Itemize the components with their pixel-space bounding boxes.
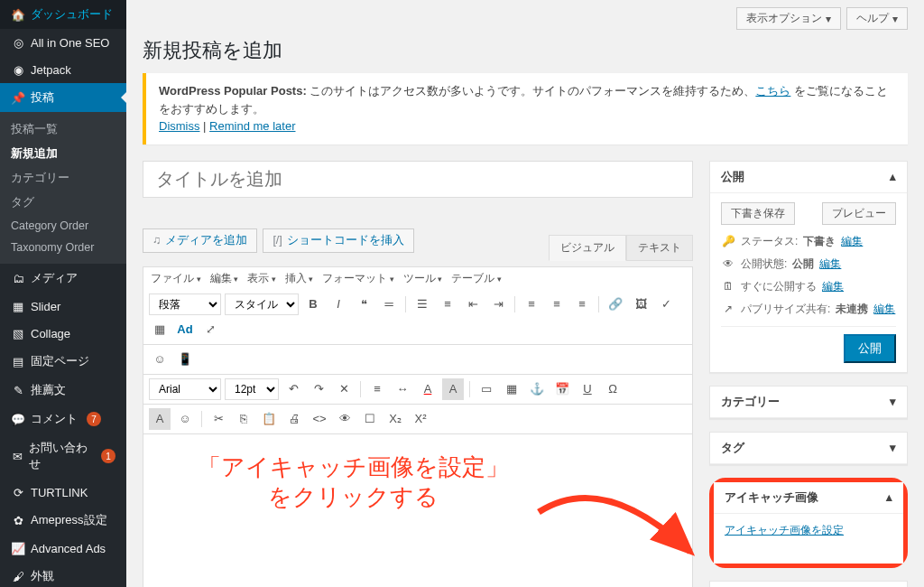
style-select[interactable]: スタイル [225, 294, 299, 315]
format-select[interactable]: 段落 [149, 294, 221, 315]
sidebar-item-0[interactable]: 🏠ダッシュボード [0, 0, 126, 29]
sub-icon[interactable]: X₂ [384, 408, 406, 430]
robots-box-header[interactable]: メタロボット設定▴ [710, 582, 907, 588]
category-box-header[interactable]: カテゴリー▾ [710, 387, 907, 418]
smiley2-icon[interactable]: ☺ [174, 408, 196, 430]
sidebar-item-10[interactable]: ✉お問い合わせ1 [0, 433, 126, 479]
clear-icon[interactable]: ✕ [333, 378, 355, 400]
preview-icon[interactable]: 👁 [334, 408, 356, 430]
sidebar-sub-2[interactable]: カテゴリー [0, 166, 126, 191]
textcolor-icon[interactable]: A [417, 378, 439, 400]
featured-image-box-header[interactable]: アイキャッチ画像▴ [714, 482, 903, 514]
screen-options-button[interactable]: 表示オプション ▾ [736, 7, 841, 30]
sidebar-item-3[interactable]: 📌投稿 [0, 83, 126, 112]
edit-date-link[interactable]: 編集 [822, 279, 844, 294]
letterspace-icon[interactable]: ↔ [392, 378, 413, 400]
indent-icon[interactable]: ⇥ [487, 294, 509, 315]
add-media-button[interactable]: ♫メディアを追加 [143, 228, 257, 253]
paste-icon[interactable]: 📋 [258, 408, 280, 430]
menu-挿入[interactable]: 挿入 [285, 271, 314, 286]
sidebar-item-5[interactable]: ▦Slider [0, 293, 126, 320]
set-featured-image-link[interactable]: アイキャッチ画像を設定 [725, 524, 844, 536]
link-icon[interactable]: 🔗 [605, 294, 626, 315]
redo-icon[interactable]: ↷ [308, 378, 329, 400]
ol-icon[interactable]: ≡ [437, 294, 458, 315]
sidebar-sub-4[interactable]: Category Order [0, 215, 126, 237]
font-select[interactable]: Arial [149, 378, 221, 400]
help-icon[interactable]: ☐ [359, 408, 381, 430]
publish-box-header[interactable]: 公開▴ [710, 162, 907, 193]
underline-icon[interactable]: U [577, 378, 598, 400]
sidebar-sub-5[interactable]: Taxonomy Order [0, 237, 126, 258]
sup-icon[interactable]: X² [410, 408, 431, 430]
notice-popular-posts: WordPress Popular Posts: このサイトはアクセス数が多いよ… [143, 73, 908, 144]
tab-text[interactable]: テキスト [626, 235, 693, 261]
anchor-icon[interactable]: ⚓ [526, 378, 548, 400]
table-icon[interactable]: ▦ [149, 319, 171, 340]
bgcolor-icon[interactable]: A [442, 378, 464, 400]
date-icon[interactable]: 📅 [551, 378, 573, 400]
ul-icon[interactable]: ☰ [411, 294, 433, 315]
edit-visibility-link[interactable]: 編集 [819, 256, 841, 272]
print-icon[interactable]: 🖨 [283, 408, 305, 430]
publish-button[interactable]: 公開 [844, 334, 896, 363]
cut-icon[interactable]: ✂ [208, 408, 229, 430]
sidebar-item-7[interactable]: ▤固定ページ [0, 347, 126, 376]
notice-link[interactable]: こちら [755, 84, 790, 98]
code-icon[interactable]: <> [309, 408, 330, 430]
edit-share-link[interactable]: 編集 [873, 302, 895, 317]
boxhighlight-icon[interactable]: A [149, 408, 171, 430]
fullscreen-icon[interactable]: ⤢ [199, 319, 221, 340]
menu-フォーマット[interactable]: フォーマット [322, 271, 394, 286]
undo-icon[interactable]: ↶ [282, 378, 304, 400]
sidebar-item-8[interactable]: ✎推薦文 [0, 376, 126, 405]
absolute-icon[interactable]: ▭ [476, 378, 497, 400]
save-draft-button[interactable]: 下書き保存 [721, 202, 795, 225]
post-title-input[interactable] [143, 161, 693, 198]
sidebar-item-6[interactable]: ▧Collage [0, 320, 126, 347]
align-center-icon[interactable]: ≡ [546, 294, 568, 315]
hr-icon[interactable]: ═ [378, 294, 400, 315]
tab-visual[interactable]: ビジュアル [549, 235, 626, 261]
size-select[interactable]: 12pt [225, 378, 279, 400]
bold-icon[interactable]: B [302, 294, 324, 315]
menu-表示[interactable]: 表示 [247, 271, 276, 286]
lineheight-icon[interactable]: ≡ [366, 378, 388, 400]
edit-status-link[interactable]: 編集 [841, 234, 863, 249]
specialchar-icon[interactable]: Ω [602, 378, 624, 400]
sidebar-item-4[interactable]: 🗂メディア [0, 264, 126, 293]
insert-shortcode-button[interactable]: [/]ショートコードを挿入 [263, 228, 413, 253]
editor-content[interactable]: 「アイキャッチ画像を設定」をクリックする [143, 434, 693, 588]
menu-編集[interactable]: 編集 [210, 271, 239, 286]
menu-ファイル[interactable]: ファイル [151, 271, 201, 286]
tag-box-header[interactable]: タグ▾ [710, 433, 907, 464]
borders-icon[interactable]: ▦ [501, 378, 522, 400]
emoji-icon[interactable]: ☺ [149, 349, 171, 370]
sidebar-item-11[interactable]: ⟳TURTLINK [0, 479, 126, 506]
help-button[interactable]: ヘルプ ▾ [846, 7, 908, 30]
sidebar-item-9[interactable]: 💬コメント7 [0, 405, 126, 433]
outdent-icon[interactable]: ⇤ [462, 294, 484, 315]
quote-icon[interactable]: ❝ [353, 294, 374, 315]
sidebar-item-12[interactable]: ✿Amepress設定 [0, 506, 126, 535]
notice-dismiss[interactable]: Dismiss [159, 119, 200, 133]
align-right-icon[interactable]: ≡ [571, 294, 593, 315]
notice-remind[interactable]: Remind me later [209, 119, 295, 133]
sidebar-item-14[interactable]: 🖌外観 [0, 562, 126, 587]
sidebar-item-2[interactable]: ◉Jetpack [0, 56, 126, 83]
menu-ツール[interactable]: ツール [403, 271, 443, 286]
copy-icon[interactable]: ⎘ [233, 408, 254, 430]
ad-icon[interactable]: Ad [174, 319, 196, 340]
align-left-icon[interactable]: ≡ [521, 294, 542, 315]
sidebar-sub-3[interactable]: タグ [0, 191, 126, 215]
spellcheck-icon[interactable]: ✓ [655, 294, 677, 315]
mobile-icon[interactable]: 📱 [174, 349, 196, 370]
preview-button[interactable]: プレビュー [822, 202, 896, 225]
sidebar-item-13[interactable]: 📈Advanced Ads [0, 535, 126, 562]
sidebar-sub-0[interactable]: 投稿一覧 [0, 117, 126, 142]
italic-icon[interactable]: I [328, 294, 349, 315]
sidebar-sub-1[interactable]: 新規追加 [0, 142, 126, 166]
menu-テーブル[interactable]: テーブル [451, 271, 502, 286]
image-icon[interactable]: 🖼 [630, 294, 651, 315]
sidebar-item-1[interactable]: ◎All in One SEO [0, 29, 126, 56]
